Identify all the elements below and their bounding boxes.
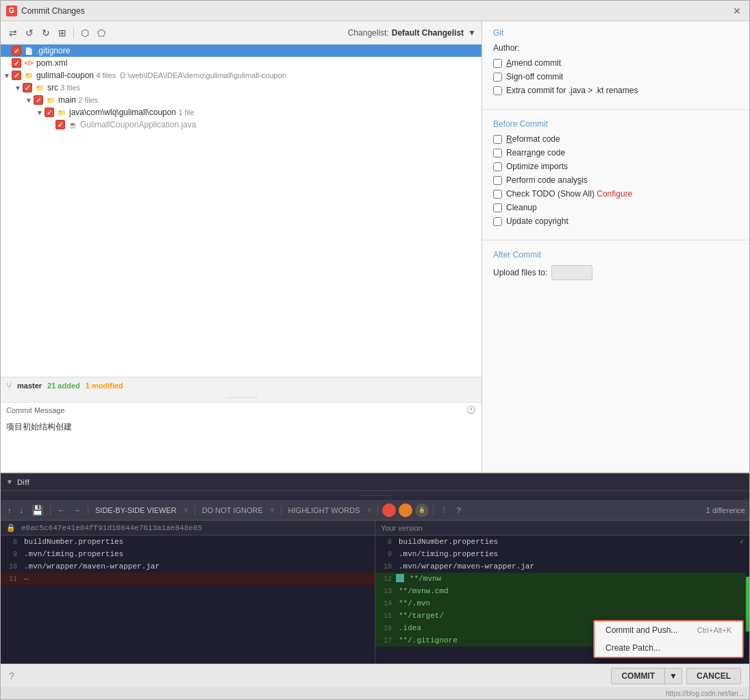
check-todo-checkbox[interactable] bbox=[493, 190, 502, 199]
amend-commit-option[interactable]: Amend commit bbox=[493, 58, 738, 68]
diff-save-btn[interactable]: 💾 bbox=[29, 503, 46, 517]
checkbox-src[interactable]: ✓ bbox=[23, 83, 32, 92]
line-num: 15 bbox=[375, 612, 396, 620]
diff-prev-btn[interactable]: ← bbox=[55, 505, 68, 516]
diff-more-btn[interactable]: ⋮ bbox=[438, 504, 451, 516]
checkbox-pomxml[interactable]: ✓ bbox=[12, 58, 21, 68]
commit-message-history-icon[interactable]: 🕐 bbox=[466, 405, 476, 414]
changelist-label: Changelist: bbox=[348, 28, 389, 38]
close-button[interactable]: ✕ bbox=[730, 4, 744, 18]
rearrange-code-checkbox[interactable] bbox=[493, 149, 502, 158]
toolbar-icon-grid[interactable]: ⊞ bbox=[55, 26, 69, 40]
tree-item-gulimall-coupon[interactable]: ▼ ✓ 📁 gulimall-coupon 4 files D:\web\IDE… bbox=[1, 69, 482, 82]
toolbar-icon-expand[interactable]: ⬡ bbox=[78, 26, 92, 40]
reformat-code-option[interactable]: Reformat code bbox=[493, 134, 738, 144]
check-todo-option[interactable]: Check TODO (Show All) Configure bbox=[493, 189, 738, 199]
line-num: 14 bbox=[375, 600, 396, 608]
optimize-imports-checkbox[interactable] bbox=[493, 162, 502, 171]
amend-commit-checkbox[interactable] bbox=[493, 59, 502, 68]
tree-item-src[interactable]: ▼ ✓ 📁 src 3 files bbox=[1, 82, 482, 94]
diff-left-header: 🔒 e0ac5c647e41e04ff91d10844e7613a1ae848e… bbox=[1, 521, 375, 536]
commit-message-input[interactable]: 项目初始结构创建 bbox=[1, 417, 482, 472]
tree-item-java-path[interactable]: ▼ ✓ 📁 java\com\wlq\gulimall\coupon 1 fil… bbox=[1, 106, 482, 118]
optimize-imports-option[interactable]: Optimize imports bbox=[493, 162, 738, 171]
cleanup-option[interactable]: Cleanup bbox=[493, 203, 738, 212]
expand-arrow-6: ▼ bbox=[36, 109, 45, 116]
expand-arrow-diff[interactable]: ▼ bbox=[6, 478, 13, 486]
line-num: 10 bbox=[375, 563, 396, 571]
commit-dropdown-button[interactable]: ▼ bbox=[665, 668, 682, 684]
update-copyright-option[interactable]: Update copyright bbox=[493, 216, 738, 226]
diff-sep-5 bbox=[377, 505, 378, 515]
upload-dropdown[interactable] bbox=[551, 265, 592, 280]
help-icon[interactable]: ? bbox=[9, 671, 14, 682]
changelist-dropdown-arrow[interactable]: ▼ bbox=[468, 28, 476, 38]
file-icon-main: 📁 bbox=[46, 95, 55, 105]
cleanup-checkbox[interactable] bbox=[493, 203, 502, 212]
diff-up-btn[interactable]: ↑ bbox=[5, 505, 14, 516]
reformat-code-checkbox[interactable] bbox=[493, 135, 502, 144]
resize-handle-diff[interactable]: ⋯⋯⋯⋯⋯ bbox=[1, 491, 749, 500]
toolbar-icon-refresh2[interactable]: ↻ bbox=[39, 26, 53, 40]
right-panel: Git Author: Amend commit Sign-off commit… bbox=[482, 21, 749, 472]
diff-down-btn[interactable]: ↓ bbox=[17, 505, 27, 516]
checkbox-application[interactable]: ✓ bbox=[55, 120, 65, 129]
diff-sep-1 bbox=[50, 505, 51, 515]
sign-off-checkbox[interactable] bbox=[493, 73, 502, 82]
checkbox-gitignore[interactable]: ✓ bbox=[12, 46, 21, 55]
diff-viewer-btn[interactable]: SIDE-BY-SIDE VIEWER bbox=[92, 505, 179, 516]
toolbar-icon-swap[interactable]: ⇄ bbox=[6, 26, 20, 40]
circle-red-btn[interactable] bbox=[382, 503, 396, 517]
popup-create-patch[interactable]: Create Patch... bbox=[595, 639, 742, 657]
line-num: 9 bbox=[375, 551, 396, 558]
popup-commit-push[interactable]: Commit and Push... Ctrl+Alt+K bbox=[595, 621, 742, 639]
diff-help-btn[interactable]: ? bbox=[453, 505, 463, 516]
update-copyright-checkbox[interactable] bbox=[493, 217, 502, 226]
app-icon: G bbox=[6, 5, 17, 16]
tree-item-gitignore[interactable]: ✓ 📄 .gitignore bbox=[1, 45, 482, 57]
diff-body: 🔒 e0ac5c647e41e04ff91d10844e7613a1ae848e… bbox=[1, 521, 749, 664]
line-check-checked[interactable] bbox=[396, 574, 404, 582]
tree-item-pomxml[interactable]: ✓ </> pom.xml bbox=[1, 57, 482, 69]
popup-create-patch-label: Create Patch... bbox=[605, 643, 660, 653]
configure-link[interactable]: Configure bbox=[597, 189, 632, 199]
tree-item-application[interactable]: ✓ ☕ GulimallCouponApplication.java bbox=[1, 118, 482, 131]
file-icon-xml: </> bbox=[24, 58, 34, 68]
toolbar-icon-collapse[interactable]: ⬠ bbox=[95, 26, 108, 40]
rearrange-code-option[interactable]: Rearrange code bbox=[493, 148, 738, 158]
cancel-button[interactable]: CANCEL bbox=[686, 668, 741, 684]
line-checkbox[interactable] bbox=[396, 574, 407, 584]
window-title: Commit Changes bbox=[21, 6, 85, 16]
line-num: 10 bbox=[1, 563, 21, 571]
diff-ignore-btn[interactable]: DO NOT IGNORE bbox=[199, 505, 266, 516]
commit-message-header: Commit Message 🕐 bbox=[1, 403, 482, 417]
status-bar: ⑂ master 21 added 1 modified bbox=[1, 377, 482, 393]
file-name-java-path: java\com\wlq\gulimall\coupon bbox=[69, 108, 178, 117]
file-name-main: main bbox=[58, 95, 78, 105]
perform-analysis-checkbox[interactable] bbox=[493, 176, 502, 185]
url-text: https://blog.csdn.net/lan... bbox=[666, 690, 744, 697]
divider-1 bbox=[482, 109, 749, 110]
extra-commit-option[interactable]: Extra commit for .java > .kt renames bbox=[493, 86, 738, 95]
circle-lock-btn[interactable]: 🔒 bbox=[415, 503, 429, 517]
perform-analysis-option[interactable]: Perform code analysis bbox=[493, 175, 738, 185]
line-content: .mvn/timing.properties bbox=[21, 550, 375, 558]
checkbox-java-path[interactable]: ✓ bbox=[45, 108, 54, 117]
checkbox-main[interactable]: ✓ bbox=[34, 95, 43, 105]
circle-orange-btn[interactable] bbox=[399, 503, 412, 517]
left-panel: ⇄ ↺ ↻ ⊞ ⬡ ⬠ Changelist: Default Changeli… bbox=[1, 21, 482, 472]
expand-arrow-3: ▼ bbox=[3, 72, 12, 79]
before-commit-section: Before Commit Reformat code Rearrange co… bbox=[482, 112, 749, 237]
check-todo-label: Check TODO (Show All) Configure bbox=[506, 189, 632, 199]
diff-next-btn[interactable]: → bbox=[71, 505, 84, 516]
sign-off-option[interactable]: Sign-off commit bbox=[493, 72, 738, 82]
upload-row: Upload files to: bbox=[493, 265, 738, 280]
commit-button[interactable]: COMMIT bbox=[611, 668, 665, 684]
diff-highlight-btn[interactable]: HIGHLIGHT WORDS bbox=[286, 505, 363, 516]
checkbox-gulimall-coupon[interactable]: ✓ bbox=[12, 71, 21, 80]
tree-item-main[interactable]: ▼ ✓ 📁 main 2 files bbox=[1, 94, 482, 106]
diff-sep-6 bbox=[433, 505, 434, 515]
toolbar-icon-refresh1[interactable]: ↺ bbox=[23, 26, 36, 40]
resize-handle-1[interactable]: ⋯⋯⋯⋯⋯ bbox=[1, 393, 482, 402]
extra-commit-checkbox[interactable] bbox=[493, 86, 502, 95]
